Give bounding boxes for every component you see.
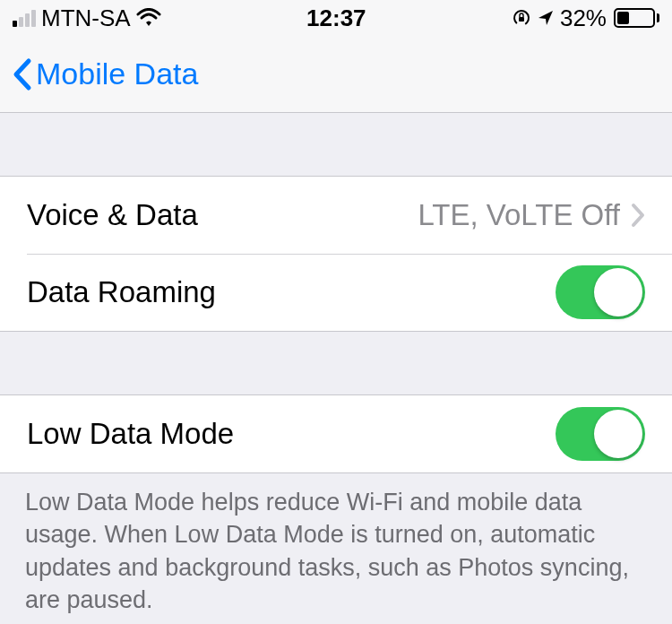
section-spacer bbox=[0, 332, 672, 394]
wifi-icon bbox=[136, 8, 161, 28]
location-icon bbox=[537, 9, 555, 27]
status-right: 32% bbox=[512, 4, 659, 32]
toggle-knob bbox=[594, 268, 642, 316]
battery-percent: 32% bbox=[560, 4, 607, 32]
carrier-label: MTN-SA bbox=[41, 4, 131, 32]
section-spacer bbox=[0, 113, 672, 176]
cellular-signal-icon bbox=[13, 10, 36, 27]
cell-voice-and-data[interactable]: Voice & Data LTE, VoLTE Off bbox=[0, 177, 672, 254]
status-bar: MTN-SA 12:37 32% bbox=[0, 0, 672, 36]
status-left: MTN-SA bbox=[13, 4, 161, 32]
cell-label: Data Roaming bbox=[27, 275, 216, 309]
back-label: Mobile Data bbox=[36, 56, 198, 91]
toggle-knob bbox=[594, 410, 642, 458]
low-data-mode-toggle[interactable] bbox=[556, 407, 645, 461]
cell-label: Voice & Data bbox=[27, 198, 198, 232]
status-time: 12:37 bbox=[306, 4, 366, 32]
rotation-lock-icon bbox=[512, 8, 531, 28]
chevron-right-icon bbox=[631, 203, 645, 228]
battery-icon bbox=[612, 8, 659, 28]
battery-fill bbox=[617, 12, 629, 24]
data-roaming-toggle[interactable] bbox=[556, 265, 645, 319]
cell-label: Low Data Mode bbox=[27, 417, 234, 451]
low-data-mode-footer: Low Data Mode helps reduce Wi-Fi and mob… bbox=[0, 473, 672, 617]
cell-group-low-data-mode: Low Data Mode bbox=[0, 394, 672, 473]
nav-bar: Mobile Data bbox=[0, 36, 672, 113]
cell-data-roaming: Data Roaming bbox=[0, 254, 672, 331]
svg-rect-1 bbox=[519, 17, 524, 22]
chevron-left-icon bbox=[11, 57, 32, 91]
cell-value: LTE, VoLTE Off bbox=[418, 198, 631, 232]
back-button[interactable]: Mobile Data bbox=[11, 56, 198, 91]
cell-low-data-mode: Low Data Mode bbox=[0, 395, 672, 472]
cell-group-cellular-options: Voice & Data LTE, VoLTE Off Data Roaming bbox=[0, 176, 672, 332]
